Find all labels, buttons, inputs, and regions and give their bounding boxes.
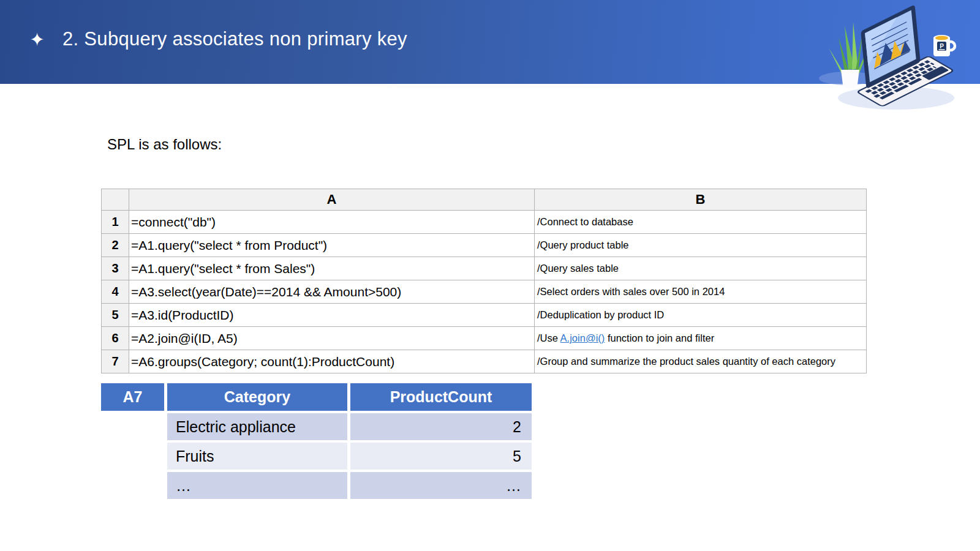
sheet-row-4: 4 =A3.select(year(Date)==2014 && Amount>… <box>102 280 867 304</box>
result-cell-category: Fruits <box>167 443 347 470</box>
comment-cell: /Select orders with sales over 500 in 20… <box>535 280 867 304</box>
corner-cell <box>102 189 129 211</box>
comment-cell: /Query product table <box>535 234 867 257</box>
sheet-row-2: 2 =A1.query("select * from Product") /Qu… <box>102 234 867 257</box>
star-bullet-icon: ✦ <box>29 31 45 49</box>
comment-text: function to join and filter <box>605 332 714 343</box>
row-number: 2 <box>102 234 129 257</box>
code-cell: =A1.query("select * from Sales") <box>129 257 535 280</box>
row-number: 7 <box>102 350 129 373</box>
result-table-label: A7 <box>101 383 164 411</box>
result-header-category: Category <box>167 383 347 411</box>
sheet-row-6: 6 =A2.join@i(ID, A5) /Use A.join@i() fun… <box>102 327 867 350</box>
result-cell-count: 2 <box>350 413 532 440</box>
row-number: 6 <box>102 327 129 350</box>
row-number: 4 <box>102 280 129 304</box>
comment-cell: /Query sales table <box>535 257 867 280</box>
sheet-row-1: 1 =connect("db") /Connect to database <box>102 211 867 234</box>
column-a-header: A <box>129 189 535 211</box>
laptop-illustration: P <box>799 1 959 119</box>
sheet-row-3: 3 =A1.query("select * from Sales") /Quer… <box>102 257 867 280</box>
result-table: A7 Category ProductCount Electric applia… <box>101 383 532 499</box>
code-cell: =A3.select(year(Date)==2014 && Amount>50… <box>129 280 535 304</box>
join-function-link[interactable]: A.join@i() <box>560 332 605 343</box>
comment-text: /Use <box>537 332 560 343</box>
result-cell-category: … <box>167 472 347 499</box>
sheet-row-5: 5 =A3.id(ProductID) /Deduplication by pr… <box>102 304 867 327</box>
comment-cell: /Connect to database <box>535 211 867 234</box>
coffee-mug-icon: P <box>933 35 955 56</box>
column-b-header: B <box>535 189 867 211</box>
comment-cell: /Group and summarize the product sales q… <box>535 350 867 373</box>
comment-cell: /Deduplication by product ID <box>535 304 867 327</box>
code-cell: =A3.id(ProductID) <box>129 304 535 327</box>
spl-grid-table: A B 1 =connect("db") /Connect to databas… <box>101 189 867 373</box>
code-cell: =A1.query("select * from Product") <box>129 234 535 257</box>
sheet-row-7: 7 =A6.groups(Category; count(1):ProductC… <box>102 350 867 373</box>
result-cell-category: Electric appliance <box>167 413 347 440</box>
code-cell: =A2.join@i(ID, A5) <box>129 327 535 350</box>
intro-text: SPL is as follows: <box>107 136 222 153</box>
comment-cell: /Use A.join@i() function to join and fil… <box>535 327 867 350</box>
code-cell: =connect("db") <box>129 211 535 234</box>
row-number: 1 <box>102 211 129 234</box>
svg-text:P: P <box>940 43 944 50</box>
page-title: 2. Subquery associates non primary key <box>62 28 407 50</box>
result-cell-count: … <box>350 472 532 499</box>
result-cell-count: 5 <box>350 443 532 470</box>
row-number: 5 <box>102 304 129 327</box>
sheet-header-row: A B <box>102 189 867 211</box>
code-cell: =A6.groups(Category; count(1):ProductCou… <box>129 350 535 373</box>
result-header-productcount: ProductCount <box>350 383 532 411</box>
row-number: 3 <box>102 257 129 280</box>
result-table-spacer <box>101 413 164 499</box>
